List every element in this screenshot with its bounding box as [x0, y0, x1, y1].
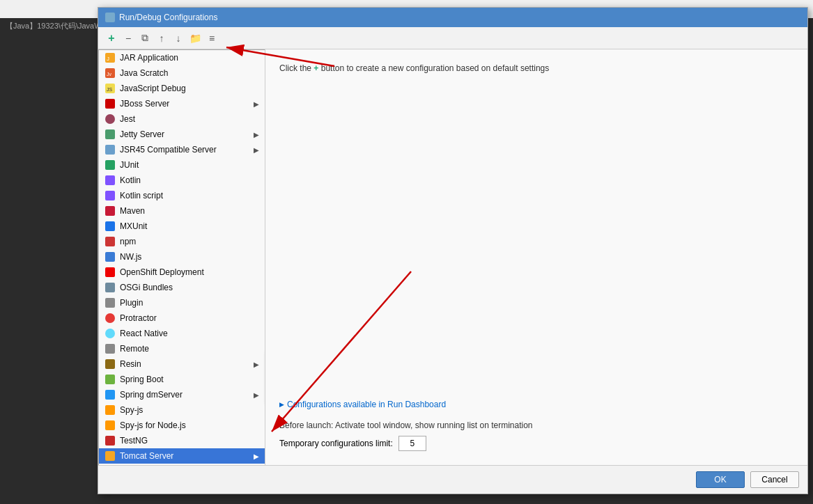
menu-item-tomcat-server[interactable]: Tomcat Server▶	[99, 448, 265, 464]
menu-item-spring-dmserver[interactable]: Spring dmServer▶	[99, 387, 265, 402]
menu-item-jest[interactable]: Jest	[99, 111, 265, 127]
osgi-bundles-label: OSGi Bundles	[120, 283, 259, 292]
svg-rect-12	[105, 175, 115, 185]
kotlin-icon	[104, 175, 116, 186]
limit-input[interactable]	[398, 436, 426, 451]
spy-js-label: Spy-js	[120, 405, 259, 415]
move-down-button[interactable]: ↓	[171, 31, 186, 46]
remote-icon	[104, 343, 116, 354]
nwjs-label: NW.js	[120, 252, 259, 262]
add-config-button[interactable]: +	[104, 31, 119, 46]
jest-label: Jest	[120, 114, 259, 124]
svg-rect-14	[105, 206, 115, 216]
junit-label: JUnit	[120, 160, 259, 170]
svg-text:JS: JS	[107, 87, 113, 92]
menu-item-npm[interactable]: npm	[99, 234, 265, 249]
npm-icon	[104, 236, 116, 247]
menu-item-nwjs[interactable]: NW.js	[99, 249, 265, 265]
spring-dmserver-icon	[104, 389, 116, 400]
menu-item-kotlin-script[interactable]: Kotlin script	[99, 188, 265, 203]
tomcat-server-icon	[104, 450, 116, 462]
plugin-label: Plugin	[120, 298, 259, 308]
cancel-button[interactable]: Cancel	[750, 471, 799, 488]
tomcat-server-label: Tomcat Server	[120, 451, 249, 461]
menu-item-tomee-server[interactable]: TomEE Server▶	[99, 464, 265, 465]
menu-item-testng[interactable]: TestNG	[99, 433, 265, 448]
svg-rect-20	[105, 298, 115, 308]
menu-item-junit[interactable]: JUnit	[99, 157, 265, 173]
dialog-title-icon	[105, 13, 115, 22]
kotlin-label: Kotlin	[120, 175, 259, 185]
menu-item-plugin[interactable]: Plugin	[99, 295, 265, 310]
jsr45-compatible-server-icon	[104, 144, 116, 155]
react-native-icon	[104, 328, 116, 339]
folder-button[interactable]: 📁	[187, 31, 203, 46]
svg-rect-29	[105, 436, 115, 446]
openshift-deployment-icon	[104, 267, 116, 278]
menu-item-remote[interactable]: Remote	[99, 341, 265, 356]
kotlin-script-icon	[104, 190, 116, 201]
svg-rect-26	[105, 390, 115, 400]
ok-button[interactable]: OK	[696, 471, 745, 488]
resin-icon	[104, 359, 116, 370]
menu-item-spy-js[interactable]: Spy-js	[99, 402, 265, 418]
svg-rect-13	[105, 191, 115, 200]
spring-dmserver-label: Spring dmServer	[120, 390, 249, 400]
content-area: JJAR ApplicationJvJava ScratchJSJavaScri…	[98, 49, 807, 465]
jetty-server-icon	[104, 129, 116, 140]
svg-rect-7	[105, 99, 115, 109]
menu-item-protractor[interactable]: Protractor	[99, 310, 265, 326]
tomcat-server-arrow-icon: ▶	[254, 452, 259, 460]
menu-item-react-native[interactable]: React Native	[99, 326, 265, 341]
dialog-title: Run/Debug Configurations	[119, 13, 217, 22]
menu-item-jar-application[interactable]: JJAR Application	[99, 50, 265, 65]
menu-item-java-scratch[interactable]: JvJava Scratch	[99, 65, 265, 81]
menu-item-jboss-server[interactable]: JBoss Server▶	[99, 96, 265, 111]
right-panel: Click the + button to create a new confi…	[265, 49, 807, 465]
javascript-debug-icon: JS	[104, 83, 116, 94]
spring-boot-label: Spring Boot	[120, 375, 259, 384]
mxunit-icon	[104, 221, 116, 232]
ide-bg-text: 【Java】19323\代码\JavaW	[6, 22, 102, 30]
menu-item-spy-js-nodejs[interactable]: Spy-js for Node.js	[99, 418, 265, 433]
java-scratch-icon: Jv	[104, 68, 116, 79]
spy-js-nodejs-icon	[104, 420, 116, 431]
svg-rect-10	[105, 145, 115, 155]
copy-config-button[interactable]: ⧉	[137, 31, 153, 46]
maven-label: Maven	[120, 206, 259, 216]
remote-label: Remote	[120, 344, 259, 354]
menu-item-maven[interactable]: Maven	[99, 203, 265, 219]
svg-rect-23	[105, 344, 115, 354]
toolbar: + − ⧉ ↑ ↓ 📁 ≡	[98, 27, 807, 49]
menu-item-osgi-bundles[interactable]: OSGi Bundles	[99, 280, 265, 295]
menu-item-spring-boot[interactable]: Spring Boot	[99, 372, 265, 387]
menu-item-jetty-server[interactable]: Jetty Server▶	[99, 127, 265, 142]
menu-item-kotlin[interactable]: Kotlin	[99, 173, 265, 188]
spy-js-nodejs-label: Spy-js for Node.js	[120, 420, 259, 430]
jboss-server-icon	[104, 98, 116, 109]
menu-item-mxunit[interactable]: MXUnit	[99, 219, 265, 234]
spy-js-icon	[104, 404, 116, 416]
svg-point-22	[105, 329, 115, 338]
menu-item-openshift-deployment[interactable]: OpenShift Deployment	[99, 265, 265, 280]
remove-config-button[interactable]: −	[121, 31, 136, 46]
kotlin-script-label: Kotlin script	[120, 191, 259, 200]
svg-rect-0	[105, 13, 115, 22]
svg-rect-9	[105, 129, 115, 139]
jboss-server-arrow-icon: ▶	[254, 100, 259, 108]
svg-rect-28	[105, 420, 115, 430]
junit-icon	[104, 159, 116, 171]
menu-item-javascript-debug[interactable]: JSJavaScript Debug	[99, 81, 265, 96]
left-panel: JJAR ApplicationJvJava ScratchJSJavaScri…	[98, 49, 265, 465]
sort-button[interactable]: ≡	[204, 31, 219, 46]
hint-text: Click the + button to create a new confi…	[279, 63, 793, 73]
svg-rect-30	[105, 451, 115, 461]
move-up-button[interactable]: ↑	[154, 31, 169, 46]
svg-rect-27	[105, 405, 115, 415]
nwjs-icon	[104, 251, 116, 262]
plus-icon: +	[313, 63, 318, 73]
menu-item-resin[interactable]: Resin▶	[99, 356, 265, 372]
run-dashboard-link[interactable]: Configurations available in Run Dashboar…	[279, 400, 793, 409]
svg-rect-19	[105, 283, 115, 292]
menu-item-jsr45-compatible-server[interactable]: JSR45 Compatible Server▶	[99, 142, 265, 157]
